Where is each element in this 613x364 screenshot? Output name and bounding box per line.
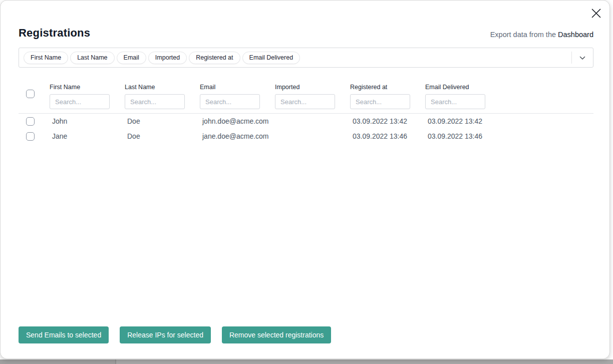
table-header-row: First Name Last Name Email Imported Regi… (19, 78, 593, 109)
search-input-email[interactable] (200, 94, 260, 109)
cell-last-name: Doe (125, 132, 200, 140)
cell-first-name: Jane (50, 132, 125, 140)
chevron-down-icon (579, 54, 585, 62)
column-label: First Name (50, 84, 125, 91)
cell-email-delivered: 03.09.2022 13:46 (425, 132, 500, 140)
column-header-email: Email (200, 78, 275, 109)
column-label: Email Delivered (425, 84, 500, 91)
filter-chip-imported[interactable]: Imported (148, 52, 187, 64)
page-background-strip-right (115, 359, 613, 364)
remove-registrations-button[interactable]: Remove selected registrations (222, 326, 331, 343)
page-title: Registrations (19, 27, 90, 40)
row-checkbox[interactable] (26, 117, 35, 126)
table-row: John Doe john.doe@acme.com 03.09.2022 13… (19, 114, 593, 129)
filter-bar-controls (571, 48, 593, 67)
close-button[interactable] (589, 7, 603, 21)
release-ips-button[interactable]: Release IPs for selected (120, 326, 211, 343)
cell-last-name: Doe (125, 117, 200, 125)
column-label: Last Name (125, 84, 200, 91)
registrations-table: First Name Last Name Email Imported Regi… (19, 78, 593, 144)
filter-chip-email-delivered[interactable]: Email Delivered (242, 52, 300, 64)
row-checkbox-cell (19, 132, 50, 141)
registrations-modal: Registrations Export data from the Dashb… (0, 0, 610, 359)
cell-email: john.doe@acme.com (200, 117, 275, 125)
cell-registered-at: 03.09.2022 13:42 (350, 117, 425, 125)
select-all-cell (19, 78, 50, 109)
search-input-imported[interactable] (275, 94, 335, 109)
dashboard-link[interactable]: Dashboard (558, 31, 593, 39)
page-background-strip-left (0, 359, 115, 364)
search-input-email-delivered[interactable] (425, 94, 485, 109)
column-header-last-name: Last Name (125, 78, 200, 109)
search-input-first-name[interactable] (50, 94, 110, 109)
table-row: Jane Doe jane.doe@acme.com 03.09.2022 13… (19, 129, 593, 144)
filter-chip-registered-at[interactable]: Registered at (189, 52, 240, 64)
column-header-first-name: First Name (50, 78, 125, 109)
filter-chip-first-name[interactable]: First Name (24, 52, 68, 64)
column-label: Registered at (350, 84, 425, 91)
cell-first-name: John (50, 117, 125, 125)
select-all-checkbox[interactable] (26, 90, 35, 98)
row-checkbox-cell (19, 117, 50, 126)
filter-chip-email[interactable]: Email (117, 52, 146, 64)
cell-email: jane.doe@acme.com (200, 132, 275, 140)
filter-expand-button[interactable] (572, 48, 593, 67)
send-emails-button[interactable]: Send Emails to selected (19, 326, 109, 343)
cell-registered-at: 03.09.2022 13:46 (350, 132, 425, 140)
filter-bar: First Name Last Name Email Imported Regi… (19, 48, 593, 68)
close-icon (591, 9, 601, 20)
column-header-imported: Imported (275, 78, 350, 109)
search-input-registered-at[interactable] (350, 94, 410, 109)
footer-actions: Send Emails to selected Release IPs for … (19, 326, 331, 343)
export-note-text: Export data from the (490, 31, 558, 39)
column-header-registered-at: Registered at (350, 78, 425, 109)
export-note: Export data from the Dashboard (490, 31, 593, 40)
column-label: Email (200, 84, 275, 91)
modal-header: Registrations Export data from the Dashb… (19, 27, 593, 40)
cell-email-delivered: 03.09.2022 13:42 (425, 117, 500, 125)
row-checkbox[interactable] (26, 132, 35, 141)
filter-chip-last-name[interactable]: Last Name (70, 52, 114, 64)
search-input-last-name[interactable] (125, 94, 185, 109)
column-label: Imported (275, 84, 350, 91)
column-header-email-delivered: Email Delivered (425, 78, 500, 109)
